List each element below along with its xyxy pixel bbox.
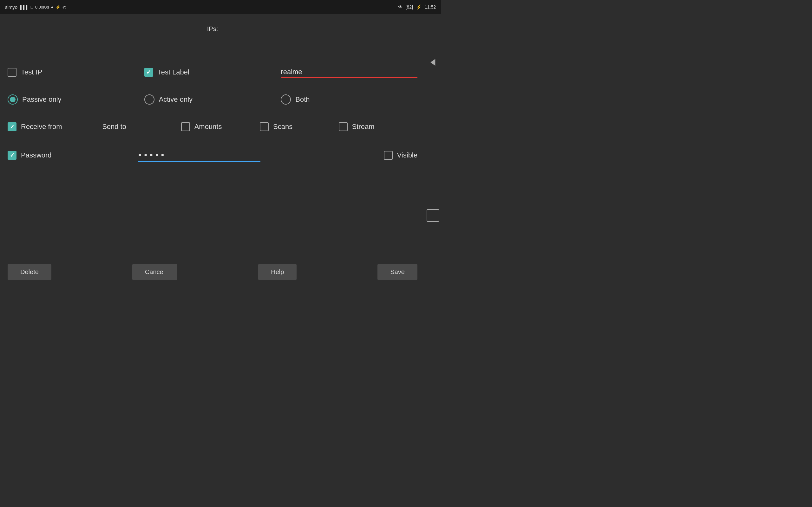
amounts-col: Amounts <box>181 122 260 131</box>
nav-back-button[interactable]: ◀ <box>425 14 441 109</box>
ips-label: IPs: <box>207 25 218 33</box>
bottom-buttons: Delete Cancel Help Save <box>0 259 425 285</box>
both-radio-container[interactable]: Both <box>281 95 310 105</box>
scans-label: Scans <box>273 123 293 131</box>
receive-from-checkbox[interactable] <box>8 122 16 131</box>
row-receive: Receive from Send to Amounts Scans Strea… <box>8 119 417 135</box>
stream-label: Stream <box>352 123 374 131</box>
active-only-radio[interactable] <box>144 95 154 105</box>
signal-icons: ▌▌▌ □ 0,00K/s ● ⚡ @ <box>20 5 67 9</box>
password-col: Password <box>8 151 112 160</box>
active-only-col: Active only <box>144 95 281 105</box>
scans-checkbox-container[interactable]: Scans <box>260 122 293 131</box>
usb-icon: ⚡ <box>55 5 61 9</box>
row-radio: Passive only Active only Both <box>8 92 417 107</box>
visible-col: Visible <box>287 151 417 160</box>
stream-col: Stream <box>339 122 417 131</box>
both-col: Both <box>281 95 417 105</box>
status-bar: simyo ▌▌▌ □ 0,00K/s ● ⚡ @ 👁 [82] ⚡ 11:52 <box>0 0 441 14</box>
passive-only-col: Passive only <box>8 95 144 105</box>
test-label-checkbox-container[interactable]: Test Label <box>144 68 189 77</box>
wifi-icon: □ <box>31 5 33 9</box>
speed-indicator: 0,00K/s <box>35 5 49 9</box>
password-checkbox[interactable] <box>8 151 16 160</box>
passive-only-label: Passive only <box>22 95 61 104</box>
signal-bars-icon: ▌▌▌ <box>20 5 29 9</box>
back-icon: ◀ <box>430 56 435 67</box>
send-to-label: Send to <box>102 123 126 131</box>
test-ip-checkbox-container[interactable]: Test IP <box>8 68 42 77</box>
row-test: Test IP Test Label <box>8 64 417 80</box>
test-label-col: Test Label <box>144 68 281 77</box>
main-content: IPs: Test IP Test Label Passive only <box>0 14 425 180</box>
realme-input[interactable] <box>281 66 417 78</box>
send-to-col: Send to <box>102 123 181 131</box>
amounts-checkbox[interactable] <box>181 122 190 131</box>
status-carrier: simyo ▌▌▌ □ 0,00K/s ● ⚡ @ <box>5 4 67 10</box>
test-label-label: Test Label <box>158 68 189 76</box>
test-ip-label: Test IP <box>21 68 42 76</box>
nav-square-button[interactable] <box>426 209 439 222</box>
at-icon: @ <box>62 5 67 9</box>
amounts-label: Amounts <box>194 123 222 131</box>
carrier-name: simyo <box>5 4 17 10</box>
scans-col: Scans <box>260 122 339 131</box>
cancel-button[interactable]: Cancel <box>132 264 177 280</box>
row-password: Password Visible <box>8 147 417 163</box>
delete-button[interactable]: Delete <box>8 264 51 280</box>
test-label-checkbox[interactable] <box>144 68 153 77</box>
test-ip-checkbox[interactable] <box>8 68 16 77</box>
test-ip-col: Test IP <box>8 68 144 77</box>
visible-checkbox[interactable] <box>384 151 393 160</box>
stream-checkbox[interactable] <box>339 122 348 131</box>
scans-checkbox[interactable] <box>260 122 269 131</box>
active-only-label: Active only <box>159 95 193 104</box>
both-radio[interactable] <box>281 95 291 105</box>
visible-label: Visible <box>397 151 417 159</box>
charge-icon: ⚡ <box>416 4 421 9</box>
active-only-radio-container[interactable]: Active only <box>144 95 193 105</box>
realme-input-col <box>281 66 417 78</box>
stream-checkbox-container[interactable]: Stream <box>339 122 374 131</box>
eye-icon: 👁 <box>398 4 403 9</box>
ips-section: IPs: <box>8 19 417 64</box>
amounts-checkbox-container[interactable]: Amounts <box>181 122 222 131</box>
password-input-col <box>112 149 287 162</box>
password-label: Password <box>21 151 52 159</box>
receive-from-label: Receive from <box>21 123 62 131</box>
both-label: Both <box>295 95 310 104</box>
passive-only-radio[interactable] <box>8 95 18 105</box>
dot-icon: ● <box>51 5 54 9</box>
password-input[interactable] <box>138 149 260 162</box>
receive-from-checkbox-container[interactable]: Receive from <box>8 122 62 131</box>
status-right: 👁 [82] ⚡ 11:52 <box>398 4 436 9</box>
visible-checkbox-container[interactable]: Visible <box>384 151 417 160</box>
receive-from-col: Receive from <box>8 122 102 131</box>
battery-indicator: [82] <box>406 4 413 9</box>
help-button[interactable]: Help <box>258 264 297 280</box>
save-button[interactable]: Save <box>377 264 417 280</box>
password-checkbox-container[interactable]: Password <box>8 151 52 160</box>
time-display: 11:52 <box>425 4 436 9</box>
passive-only-radio-container[interactable]: Passive only <box>8 95 61 105</box>
